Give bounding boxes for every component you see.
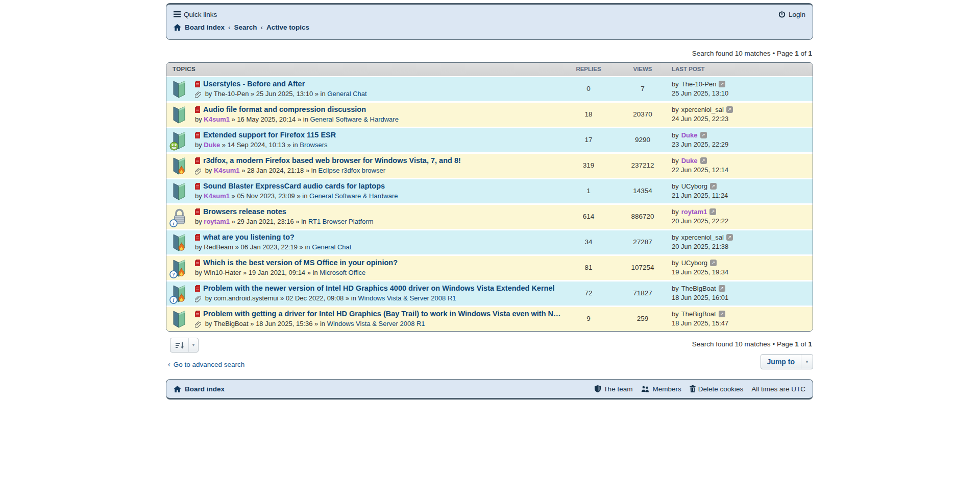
topic-title-link[interactable]: Userstyles - Before and After [203, 80, 305, 88]
sort-dropdown-caret[interactable]: ▼ [188, 338, 198, 352]
replies-column-header: REPLIES [568, 66, 609, 72]
goto-last-post-icon[interactable]: ↗ [719, 81, 725, 87]
topic-title-link[interactable]: Sound Blaster ExpressCard audio cards fo… [203, 182, 385, 190]
last-post-author-link[interactable]: roytam1 [681, 208, 707, 216]
delete-cookies-link[interactable]: Delete cookies [690, 385, 744, 393]
jump-to-button[interactable]: Jump to ▼ [761, 354, 813, 369]
footer-board-index-link[interactable]: Board index [185, 385, 225, 393]
advanced-search-link[interactable]: ‹ Go to advanced search [168, 360, 244, 368]
posted-info: » 06 Jan 2023, 22:19 » in [233, 243, 312, 251]
topic-row: i Browsers release notes by roytam1 » 29… [166, 203, 813, 229]
login-button[interactable]: Login [778, 11, 805, 18]
forum-link[interactable]: Eclipse r3dfox browser [318, 167, 386, 174]
replies-count: 81 [568, 264, 609, 271]
info-badge-icon: i [169, 218, 178, 227]
last-post: by xperceniol_sal ↗ 20 Jun 2025, 21:38 [672, 233, 733, 250]
members-link[interactable]: Members [641, 385, 681, 393]
forum-link[interactable]: Windows Vista & Server 2008 R1 [358, 294, 456, 302]
forum-link[interactable]: General Software & Hardware [310, 115, 398, 123]
paperclip-icon [195, 90, 201, 98]
last-post-author-link[interactable]: TheBigBoat [681, 285, 716, 292]
login-label: Login [789, 11, 805, 18]
goto-last-post-icon[interactable]: ↗ [719, 285, 725, 292]
nav-row: Quick links Login [174, 9, 805, 20]
advanced-search-label: Go to advanced search [174, 361, 245, 368]
goto-last-post-icon[interactable]: ↗ [700, 132, 707, 138]
author-link[interactable]: Duke [204, 141, 220, 149]
last-post-author-link[interactable]: xperceniol_sal [681, 233, 724, 241]
author-link[interactable]: K4sum1 [204, 192, 230, 200]
topic-list-header: TOPICS REPLIES VIEWS LAST POST [166, 63, 813, 77]
paperclip-icon [195, 320, 201, 327]
last-post-author-link[interactable]: UCyborg [681, 182, 707, 190]
last-post: by UCyborg ↗ 19 Jun 2025, 19:34 [672, 259, 728, 276]
posted-info: » 25 Jun 2025, 13:10 » in [249, 90, 327, 98]
views-count: 20370 [622, 110, 663, 118]
goto-last-post-icon[interactable]: ↗ [726, 234, 733, 241]
last-post-author-link[interactable]: UCyborg [681, 259, 707, 267]
author-link[interactable]: K4sum1 [204, 115, 230, 123]
forum-link[interactable]: General Software & Hardware [309, 192, 398, 200]
topic-doc-icon [195, 181, 200, 191]
views-count: 107254 [622, 264, 663, 271]
shield-icon [595, 385, 601, 392]
topic-doc-icon [195, 105, 200, 114]
topic-title-link[interactable]: r3dfox, a modern Firefox based web brows… [203, 156, 461, 165]
author-link[interactable]: com.android.systemui [214, 294, 278, 302]
topic-title-link[interactable]: Which is the best version of MS Office i… [203, 259, 398, 267]
topic-folder-icon [172, 105, 187, 124]
author-link[interactable]: roytam1 [204, 218, 230, 225]
topic-title-link[interactable]: Problem with the newer version of Intel … [203, 284, 555, 292]
author-link[interactable]: Win10-Hater [204, 269, 241, 276]
forum-link[interactable]: RT1 Browser Platform [308, 218, 374, 225]
last-post-date: 18 Jun 2025, 15:47 [672, 319, 728, 327]
goto-last-post-icon[interactable]: ↗ [700, 157, 707, 164]
by-label: by [672, 131, 679, 139]
forum-link[interactable]: Windows Vista & Server 2008 R1 [327, 320, 425, 327]
topic-icon [172, 182, 187, 201]
page-total: 1 [808, 340, 812, 348]
goto-last-post-icon[interactable]: ↗ [709, 208, 716, 215]
goto-last-post-icon[interactable]: ↗ [719, 311, 725, 317]
by-label: by [672, 106, 679, 113]
breadcrumb-active-topics[interactable]: Active topics [266, 24, 309, 31]
goto-last-post-icon[interactable]: ↗ [710, 260, 717, 266]
author-link[interactable]: RedBeam [204, 243, 233, 251]
of-label: of [800, 340, 806, 348]
topic-icon: i [172, 284, 187, 303]
paperclip-icon [195, 294, 201, 302]
the-team-link[interactable]: The team [595, 385, 632, 393]
last-post-author-link[interactable]: Duke [681, 131, 698, 139]
topic-doc-icon [195, 284, 200, 293]
last-post-author-link[interactable]: The-10-Pen [681, 80, 717, 88]
views-count: 14354 [622, 187, 663, 195]
topic-icon [172, 156, 187, 175]
author-link[interactable]: TheBigBoat [214, 320, 249, 327]
topic-title-link[interactable]: Extended support for Firefox 115 ESR [203, 131, 336, 139]
topic-icon [172, 80, 187, 99]
topic-title-link[interactable]: Browsers release notes [203, 207, 286, 216]
topic-list: TOPICS REPLIES VIEWS LAST POST Userstyle… [166, 62, 813, 332]
topic-title-link[interactable]: what are you listening to? [203, 233, 295, 241]
topic-row: Sound Blaster ExpressCard audio cards fo… [166, 178, 813, 203]
sort-display-button[interactable]: ▼ [170, 338, 199, 353]
breadcrumb-search[interactable]: Search [234, 24, 257, 31]
bullet: • [772, 50, 775, 57]
last-post-author-link[interactable]: TheBigBoat [681, 310, 716, 318]
forum-link[interactable]: Microsoft Office [320, 269, 365, 276]
last-post-author-link[interactable]: xperceniol_sal [681, 106, 724, 113]
author-link[interactable]: The-10-Pen [214, 90, 249, 98]
topic-title-link[interactable]: Audio file format and compression discus… [203, 105, 366, 113]
quick-links-button[interactable]: Quick links [174, 11, 217, 18]
forum-link[interactable]: General Chat [327, 90, 366, 98]
author-link[interactable]: K4sum1 [214, 167, 240, 174]
goto-last-post-icon[interactable]: ↗ [726, 106, 733, 113]
jump-to-caret-icon[interactable]: ▼ [801, 355, 813, 369]
forum-link[interactable]: General Chat [312, 243, 351, 251]
last-post-author-link[interactable]: Duke [681, 157, 698, 165]
goto-last-post-icon[interactable]: ↗ [710, 183, 717, 190]
topic-title-link[interactable]: Problem with getting a driver for Intel … [203, 310, 561, 318]
views-column-header: VIEWS [622, 66, 663, 72]
breadcrumb-board-index[interactable]: Board index [185, 24, 225, 31]
forum-link[interactable]: Browsers [300, 141, 327, 149]
